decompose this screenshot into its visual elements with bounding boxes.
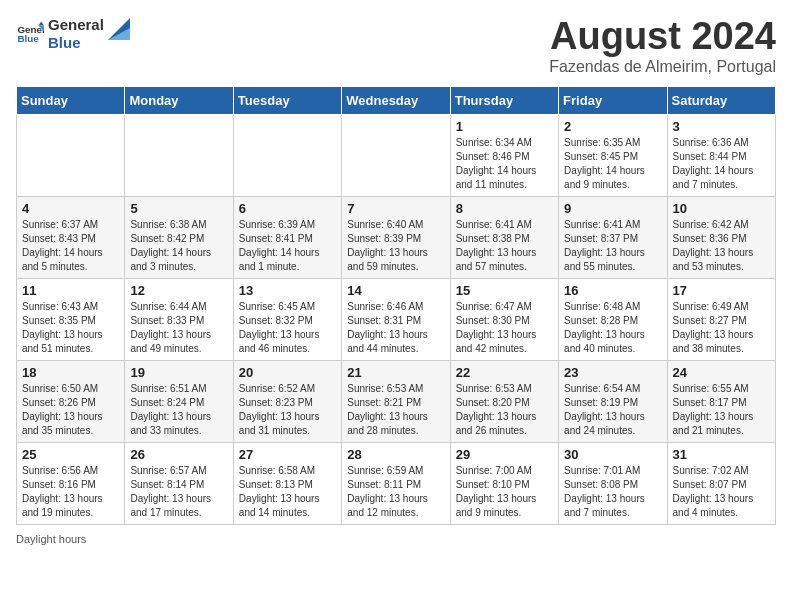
day-info: Sunrise: 6:43 AM Sunset: 8:35 PM Dayligh…	[22, 300, 119, 356]
title-area: August 2024 Fazendas de Almeirim, Portug…	[549, 16, 776, 76]
day-info: Sunrise: 6:34 AM Sunset: 8:46 PM Dayligh…	[456, 136, 553, 192]
day-number: 3	[673, 119, 770, 134]
calendar-day-cell: 2Sunrise: 6:35 AM Sunset: 8:45 PM Daylig…	[559, 114, 667, 196]
calendar-day-cell: 7Sunrise: 6:40 AM Sunset: 8:39 PM Daylig…	[342, 196, 450, 278]
day-info: Sunrise: 6:48 AM Sunset: 8:28 PM Dayligh…	[564, 300, 661, 356]
day-number: 9	[564, 201, 661, 216]
day-info: Sunrise: 6:56 AM Sunset: 8:16 PM Dayligh…	[22, 464, 119, 520]
page-header: General Blue General Blue August 2024 Fa…	[16, 16, 776, 76]
day-number: 31	[673, 447, 770, 462]
calendar-header-cell: Wednesday	[342, 86, 450, 114]
calendar-day-cell: 21Sunrise: 6:53 AM Sunset: 8:21 PM Dayli…	[342, 360, 450, 442]
calendar-day-cell: 1Sunrise: 6:34 AM Sunset: 8:46 PM Daylig…	[450, 114, 558, 196]
calendar-day-cell: 19Sunrise: 6:51 AM Sunset: 8:24 PM Dayli…	[125, 360, 233, 442]
day-number: 11	[22, 283, 119, 298]
day-number: 8	[456, 201, 553, 216]
calendar-day-cell: 17Sunrise: 6:49 AM Sunset: 8:27 PM Dayli…	[667, 278, 775, 360]
day-number: 29	[456, 447, 553, 462]
logo-triangle-icon	[108, 18, 130, 40]
day-number: 28	[347, 447, 444, 462]
logo-blue: Blue	[48, 34, 104, 52]
calendar-day-cell: 6Sunrise: 6:39 AM Sunset: 8:41 PM Daylig…	[233, 196, 341, 278]
calendar-header-cell: Saturday	[667, 86, 775, 114]
calendar-header-row: SundayMondayTuesdayWednesdayThursdayFrid…	[17, 86, 776, 114]
day-number: 27	[239, 447, 336, 462]
day-number: 5	[130, 201, 227, 216]
calendar-day-cell	[233, 114, 341, 196]
location-title: Fazendas de Almeirim, Portugal	[549, 58, 776, 76]
calendar-day-cell: 4Sunrise: 6:37 AM Sunset: 8:43 PM Daylig…	[17, 196, 125, 278]
calendar-day-cell: 29Sunrise: 7:00 AM Sunset: 8:10 PM Dayli…	[450, 442, 558, 524]
svg-text:Blue: Blue	[17, 33, 39, 44]
calendar-day-cell	[125, 114, 233, 196]
day-info: Sunrise: 6:39 AM Sunset: 8:41 PM Dayligh…	[239, 218, 336, 274]
day-info: Sunrise: 6:51 AM Sunset: 8:24 PM Dayligh…	[130, 382, 227, 438]
day-info: Sunrise: 6:54 AM Sunset: 8:19 PM Dayligh…	[564, 382, 661, 438]
logo: General Blue General Blue	[16, 16, 130, 52]
day-number: 14	[347, 283, 444, 298]
day-number: 26	[130, 447, 227, 462]
calendar-day-cell	[17, 114, 125, 196]
day-info: Sunrise: 6:47 AM Sunset: 8:30 PM Dayligh…	[456, 300, 553, 356]
logo-icon: General Blue	[16, 20, 44, 48]
calendar-day-cell: 11Sunrise: 6:43 AM Sunset: 8:35 PM Dayli…	[17, 278, 125, 360]
calendar-day-cell: 8Sunrise: 6:41 AM Sunset: 8:38 PM Daylig…	[450, 196, 558, 278]
calendar-day-cell: 14Sunrise: 6:46 AM Sunset: 8:31 PM Dayli…	[342, 278, 450, 360]
calendar-day-cell	[342, 114, 450, 196]
calendar-day-cell: 13Sunrise: 6:45 AM Sunset: 8:32 PM Dayli…	[233, 278, 341, 360]
day-info: Sunrise: 7:00 AM Sunset: 8:10 PM Dayligh…	[456, 464, 553, 520]
calendar-day-cell: 3Sunrise: 6:36 AM Sunset: 8:44 PM Daylig…	[667, 114, 775, 196]
day-number: 1	[456, 119, 553, 134]
calendar-header-cell: Thursday	[450, 86, 558, 114]
calendar-day-cell: 30Sunrise: 7:01 AM Sunset: 8:08 PM Dayli…	[559, 442, 667, 524]
day-number: 24	[673, 365, 770, 380]
calendar-week-row: 11Sunrise: 6:43 AM Sunset: 8:35 PM Dayli…	[17, 278, 776, 360]
calendar-day-cell: 28Sunrise: 6:59 AM Sunset: 8:11 PM Dayli…	[342, 442, 450, 524]
calendar-day-cell: 16Sunrise: 6:48 AM Sunset: 8:28 PM Dayli…	[559, 278, 667, 360]
calendar-body: 1Sunrise: 6:34 AM Sunset: 8:46 PM Daylig…	[17, 114, 776, 524]
day-number: 12	[130, 283, 227, 298]
day-number: 4	[22, 201, 119, 216]
calendar-week-row: 1Sunrise: 6:34 AM Sunset: 8:46 PM Daylig…	[17, 114, 776, 196]
day-info: Sunrise: 6:53 AM Sunset: 8:20 PM Dayligh…	[456, 382, 553, 438]
day-number: 18	[22, 365, 119, 380]
day-info: Sunrise: 6:52 AM Sunset: 8:23 PM Dayligh…	[239, 382, 336, 438]
calendar-day-cell: 10Sunrise: 6:42 AM Sunset: 8:36 PM Dayli…	[667, 196, 775, 278]
calendar-day-cell: 23Sunrise: 6:54 AM Sunset: 8:19 PM Dayli…	[559, 360, 667, 442]
day-number: 20	[239, 365, 336, 380]
calendar-day-cell: 15Sunrise: 6:47 AM Sunset: 8:30 PM Dayli…	[450, 278, 558, 360]
day-number: 17	[673, 283, 770, 298]
calendar-header-cell: Tuesday	[233, 86, 341, 114]
day-info: Sunrise: 6:38 AM Sunset: 8:42 PM Dayligh…	[130, 218, 227, 274]
calendar-day-cell: 20Sunrise: 6:52 AM Sunset: 8:23 PM Dayli…	[233, 360, 341, 442]
day-info: Sunrise: 6:44 AM Sunset: 8:33 PM Dayligh…	[130, 300, 227, 356]
month-title: August 2024	[549, 16, 776, 58]
day-info: Sunrise: 6:55 AM Sunset: 8:17 PM Dayligh…	[673, 382, 770, 438]
day-info: Sunrise: 6:41 AM Sunset: 8:37 PM Dayligh…	[564, 218, 661, 274]
day-info: Sunrise: 7:02 AM Sunset: 8:07 PM Dayligh…	[673, 464, 770, 520]
day-number: 30	[564, 447, 661, 462]
calendar-week-row: 18Sunrise: 6:50 AM Sunset: 8:26 PM Dayli…	[17, 360, 776, 442]
day-info: Sunrise: 6:50 AM Sunset: 8:26 PM Dayligh…	[22, 382, 119, 438]
day-number: 19	[130, 365, 227, 380]
calendar-day-cell: 25Sunrise: 6:56 AM Sunset: 8:16 PM Dayli…	[17, 442, 125, 524]
day-info: Sunrise: 7:01 AM Sunset: 8:08 PM Dayligh…	[564, 464, 661, 520]
calendar-day-cell: 27Sunrise: 6:58 AM Sunset: 8:13 PM Dayli…	[233, 442, 341, 524]
day-number: 22	[456, 365, 553, 380]
day-info: Sunrise: 6:57 AM Sunset: 8:14 PM Dayligh…	[130, 464, 227, 520]
day-info: Sunrise: 6:53 AM Sunset: 8:21 PM Dayligh…	[347, 382, 444, 438]
day-number: 6	[239, 201, 336, 216]
calendar-day-cell: 5Sunrise: 6:38 AM Sunset: 8:42 PM Daylig…	[125, 196, 233, 278]
day-number: 21	[347, 365, 444, 380]
calendar-header-cell: Sunday	[17, 86, 125, 114]
day-info: Sunrise: 6:37 AM Sunset: 8:43 PM Dayligh…	[22, 218, 119, 274]
day-number: 7	[347, 201, 444, 216]
calendar-day-cell: 12Sunrise: 6:44 AM Sunset: 8:33 PM Dayli…	[125, 278, 233, 360]
day-number: 23	[564, 365, 661, 380]
calendar-week-row: 25Sunrise: 6:56 AM Sunset: 8:16 PM Dayli…	[17, 442, 776, 524]
calendar-day-cell: 24Sunrise: 6:55 AM Sunset: 8:17 PM Dayli…	[667, 360, 775, 442]
calendar-day-cell: 31Sunrise: 7:02 AM Sunset: 8:07 PM Dayli…	[667, 442, 775, 524]
calendar-table: SundayMondayTuesdayWednesdayThursdayFrid…	[16, 86, 776, 525]
day-number: 2	[564, 119, 661, 134]
day-number: 10	[673, 201, 770, 216]
